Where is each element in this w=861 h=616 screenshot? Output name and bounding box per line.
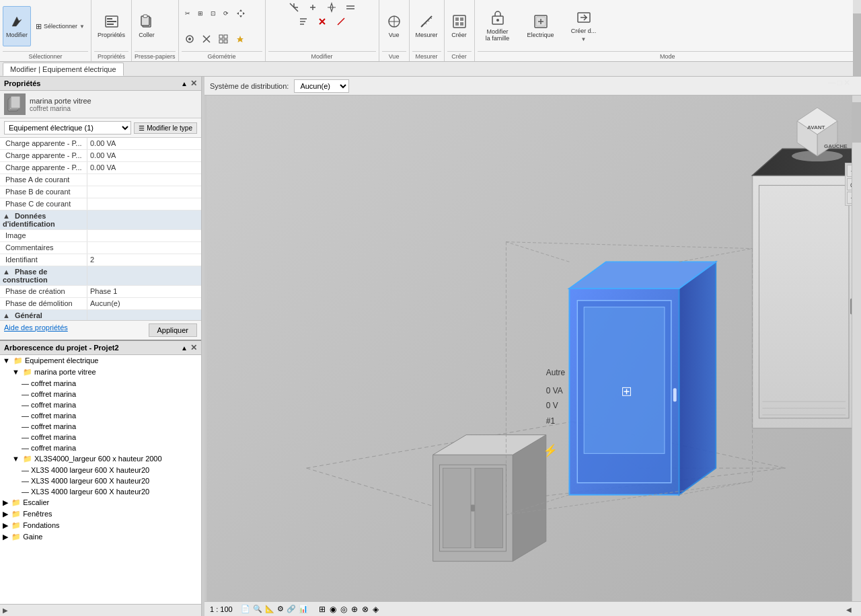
status-icon-measure[interactable]: 📐 [265,605,274,613]
tab-modifier-equipement[interactable]: Modifier | Equipement électrique [3,63,124,76]
tree-dash-coffret6: — [22,433,29,441]
tree-item-xl3s1[interactable]: — XL3S 4000 largeur 600 X hauteur20 [0,465,201,475]
viewport-scrollbar[interactable] [852,95,861,601]
tree-item-fondations[interactable]: ▶ 📁 Fondations [0,520,201,531]
tree-item-coffret2[interactable]: — coffret marina [0,389,201,399]
geo-pin-button[interactable] [232,33,248,45]
status-icon-link[interactable]: 🔗 [287,605,296,613]
tree-close-button[interactable]: ✕ [190,343,197,352]
section-phase[interactable]: ▲ Phase de construction [0,266,201,286]
prop-row-charge1: Charge apparente - P... 0.00 VA [0,138,201,150]
modify-type-button[interactable]: ☰ Modifier le type [134,122,197,134]
geo-join-button[interactable]: ⊡ [207,7,219,20]
coller-button[interactable]: Coller [135,6,159,46]
tree-item-fenetres[interactable]: ▶ 📁 Fenêtres [0,508,201,520]
prop-value-charge2[interactable]: 0.00 VA [87,150,201,161]
prop-label-identifiant: Identifiant [0,254,87,266]
tree-item-coffret3[interactable]: — coffret marina [0,399,201,410]
tree-expander-fondations[interactable]: ▶ [3,521,8,529]
geo-rotate-button[interactable]: ⟳ [220,7,232,20]
tree-collapse-icon[interactable]: ▲ [181,344,188,352]
viewport-scroll-handle[interactable] [852,102,861,143]
tree-expander-equipement[interactable]: ▼ [3,356,10,364]
section-donnees[interactable]: ▲ Données d'identification [0,210,201,230]
section-general[interactable]: ▲ Général [0,310,201,320]
tree-item-coffret7[interactable]: — coffret marina [0,442,201,453]
geo-copy-button[interactable]: ⊞ [194,7,207,20]
modifier-famille-button[interactable]: Modifierla famille [478,6,518,46]
status-icon-chart[interactable]: 📊 [299,605,308,613]
expand-right-tab[interactable]: ◀ [846,605,852,613]
geo-scale-button[interactable] [182,33,198,45]
status-icon-5[interactable]: ⊗ [362,605,369,614]
tree-expander-escalier[interactable]: ▶ [3,498,8,506]
prop-value-phaseA[interactable] [87,174,201,186]
ribbon-buttons-creer: Créer [447,1,472,51]
tree-item-coffret6[interactable]: — coffret marina [0,432,201,442]
select-button[interactable]: ⊞ Sélectionner ▼ [32,20,88,32]
modifier-button[interactable]: Modifier [3,6,31,46]
offset-button[interactable] [295,15,312,28]
prop-value-charge3[interactable]: 0.00 VA [87,162,201,174]
status-icon-search[interactable]: 🔍 [253,605,262,613]
tree-expander-gaine[interactable]: ▶ [3,533,8,541]
status-icon-2[interactable]: ◉ [330,605,336,614]
prop-value-creation[interactable]: Phase 1 [87,286,201,297]
tree-item-coffret5[interactable]: — coffret marina [0,421,201,432]
creer-d-button[interactable]: Créer d... ▼ [564,6,604,46]
status-icon-doc[interactable]: 📄 [241,605,250,613]
tree-expander-fenetres[interactable]: ▶ [3,510,8,518]
status-icon-3[interactable]: ◎ [340,605,347,614]
tree-label-escalier: Escalier [23,498,49,506]
tree-expander-xl3s[interactable]: ▼ [12,455,20,463]
viewport-3d[interactable]: Autre 0 VA 0 V #1 ⚡ [204,95,861,601]
split-button[interactable] [323,1,340,13]
system-select[interactable]: Aucun(e) Système 1 Système 2 [294,79,349,93]
left-panel-expand-icon[interactable]: ▶ [3,607,8,614]
equipment-type-select[interactable]: Equipement électrique (1) [4,121,131,134]
status-icon-6[interactable]: ◈ [373,605,379,614]
svg-text:0 VA: 0 VA [546,386,563,395]
apply-button[interactable]: Appliquer [149,323,197,337]
tree-item-gaine[interactable]: ▶ 📁 Gaine [0,531,201,543]
tree-item-equipement[interactable]: ▼ 📁 Equipement électrique [0,355,201,367]
prop-value-phaseC[interactable] [87,198,201,210]
trim-button[interactable] [285,1,303,13]
ribbon-group-presse: Coller Presse-papiers [132,0,179,61]
creer-button[interactable]: Créer [447,6,472,46]
vue-button[interactable]: Vue [382,6,406,46]
unpin-button[interactable] [332,15,350,28]
geo-cut-button[interactable]: ✂ [182,7,194,20]
prop-value-image[interactable] [87,230,201,241]
properties-close-button[interactable]: ✕ [190,79,197,88]
prop-value-demolition[interactable]: Aucun(e) [87,298,201,309]
status-icon-settings[interactable]: ⚙ [277,605,284,613]
nav-cube-container[interactable]: GAUCHE AVANT [787,102,848,163]
help-link[interactable]: Aide des propriétés [4,323,68,337]
geo-move-button[interactable] [233,7,249,20]
extend-button[interactable] [304,1,322,13]
electrique-button[interactable]: Electrique [521,6,561,46]
tree-expander-marina[interactable]: ▼ [12,368,20,376]
creer-d-label: Créer d... [571,28,597,35]
split2-button[interactable] [342,1,359,13]
prop-value-commentaires[interactable] [87,242,201,254]
tree-item-coffret1[interactable]: — coffret marina [0,378,201,389]
tree-item-xl3s2[interactable]: — XL3S 4000 largeur 600 X hauteur20 [0,475,201,486]
geo-array-button[interactable] [215,33,231,45]
proprietes-button[interactable]: Propriétés [94,6,128,46]
status-icon-4[interactable]: ⊕ [351,605,358,614]
prop-value-charge1[interactable]: 0.00 VA [87,138,201,149]
tree-item-coffret4[interactable]: — coffret marina [0,410,201,421]
mesurer-button[interactable]: Mesurer [412,6,441,46]
geo-mirror-button[interactable] [198,33,215,45]
prop-value-identifiant[interactable]: 2 [87,254,201,266]
properties-collapse-icon[interactable]: ▲ [181,80,188,87]
tree-item-xl3s3[interactable]: — XL3S 4000 largeur 600 X hauteur20 [0,486,201,497]
tree-item-xl3s-root[interactable]: ▼ 📁 XL3S4000_largeur 600 x hauteur 2000 [0,453,201,465]
status-icon-1[interactable]: ⊞ [319,605,326,614]
tree-item-escalier[interactable]: ▶ 📁 Escalier [0,497,201,508]
delete-button[interactable] [313,15,331,28]
tree-item-marina[interactable]: ▼ 📁 marina porte vitree [0,367,201,378]
prop-value-phaseB[interactable] [87,186,201,198]
